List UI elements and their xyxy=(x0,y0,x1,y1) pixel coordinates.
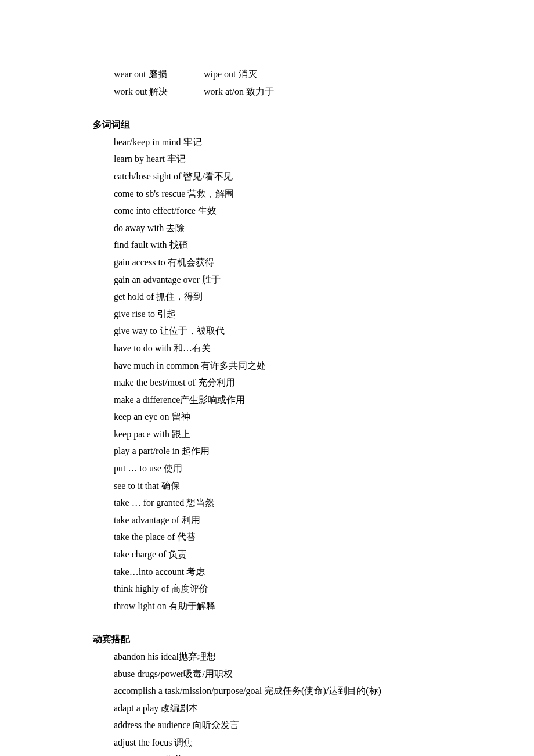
vocab-entry: bear/keep in mind 牢记 xyxy=(93,135,476,150)
vocab-entry: take…into account 考虑 xyxy=(93,564,476,579)
vocab-entry: play a part/role in 起作用 xyxy=(93,444,476,459)
vocab-entry: see to it that 确保 xyxy=(93,478,476,494)
vocab-entry: take … for granted 想当然 xyxy=(93,495,476,510)
vocab-entry: take charge of 负责 xyxy=(93,547,476,562)
section-header: 动宾搭配 xyxy=(93,632,476,647)
vocab-entry: keep an eye on 留神 xyxy=(93,409,476,424)
vocab-entry: address the audience 向听众发言 xyxy=(93,718,476,733)
vocab-entry: make the best/most of 充分利用 xyxy=(93,375,476,390)
top-entry: work at/on 致力于 xyxy=(204,84,476,99)
vocab-entry: make a difference产生影响或作用 xyxy=(93,393,476,408)
top-section: wear out 磨损 wipe out 消灭 work out 解决 work… xyxy=(93,67,476,99)
vocab-entry: keep pace with 跟上 xyxy=(93,427,476,442)
top-row: wear out 磨损 wipe out 消灭 xyxy=(93,67,476,82)
document-content: wear out 磨损 wipe out 消灭 work out 解决 work… xyxy=(0,67,534,756)
vocab-entry: give way to 让位于，被取代 xyxy=(93,323,476,339)
top-entry: wipe out 消灭 xyxy=(204,67,476,82)
top-row: work out 解决 work at/on 致力于 xyxy=(93,84,476,99)
vocab-entry: get hold of 抓住，得到 xyxy=(93,289,476,304)
vocab-entry: think highly of 高度评价 xyxy=(93,581,476,596)
vocab-entry: abuse drugs/power吸毒/用职权 xyxy=(93,667,476,682)
vocab-entry: adapt a play 改编剧本 xyxy=(93,701,476,716)
vocab-entry: adjust the focus 调焦 xyxy=(93,735,476,750)
vocab-entry: do away with 去除 xyxy=(93,221,476,236)
vocab-entry: throw light on 有助于解释 xyxy=(93,599,476,614)
vocab-entry: give rise to 引起 xyxy=(93,307,476,322)
section-entries: abandon his ideal抛弃理想 abuse drugs/power吸… xyxy=(93,649,476,756)
vocab-entry: come into effect/force 生效 xyxy=(93,203,476,218)
vocab-entry: take advantage of 利用 xyxy=(93,513,476,528)
top-entry: wear out 磨损 xyxy=(114,67,204,82)
vocab-entry: take the place of 代替 xyxy=(93,530,476,545)
vocab-entry: come to sb's rescue 营救，解围 xyxy=(93,186,476,201)
section-entries: bear/keep in mind 牢记 learn by heart 牢记 c… xyxy=(93,135,476,614)
vocab-entry: gain access to 有机会获得 xyxy=(93,255,476,270)
vocab-entry: learn by heart 牢记 xyxy=(93,152,476,167)
vocab-entry: have to do with 和…有关 xyxy=(93,341,476,356)
vocab-entry: abandon his ideal抛弃理想 xyxy=(93,649,476,664)
vocab-entry: gain an advantage over 胜于 xyxy=(93,272,476,287)
vocab-entry: catch/lose sight of 瞥见/看不见 xyxy=(93,169,476,184)
section-header: 多词词组 xyxy=(93,117,476,132)
vocab-entry: adopt a child 收养 xyxy=(93,753,476,756)
vocab-entry: have much in common 有许多共同之处 xyxy=(93,358,476,373)
vocab-entry: find fault with 找碴 xyxy=(93,237,476,253)
top-entry: work out 解决 xyxy=(114,84,204,99)
vocab-entry: put … to use 使用 xyxy=(93,461,476,476)
vocab-entry: accomplish a task/mission/purpose/goal 完… xyxy=(93,683,476,699)
